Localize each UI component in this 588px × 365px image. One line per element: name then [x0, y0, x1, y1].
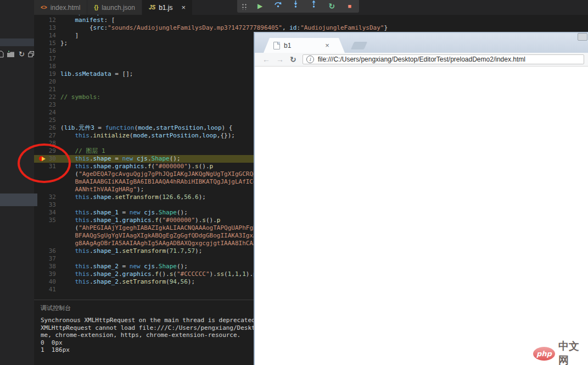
new-folder-icon[interactable]: [7, 51, 15, 58]
breakpoint-gutter[interactable]: [34, 224, 47, 232]
code-text: ]: [60, 32, 79, 40]
browser-tab[interactable]: b1 ×: [264, 38, 345, 53]
breakpoint-gutter[interactable]: [34, 24, 47, 32]
breakpoint-gutter[interactable]: [34, 55, 47, 63]
php-logo-icon: php: [533, 347, 555, 361]
line-number: [47, 232, 56, 240]
close-icon[interactable]: ×: [182, 4, 186, 11]
drag-handle-icon[interactable]: [242, 3, 247, 10]
address-bar[interactable]: i file:///C:/Users/pengxiang/Desktop/Edi…: [303, 54, 584, 64]
browser-tab-title: b1: [284, 42, 291, 49]
breakpoint-gutter[interactable]: [34, 40, 47, 47]
code-text: this.shape_1.graphics.f("#000000").s().p: [60, 217, 220, 224]
line-number: 41: [47, 286, 56, 294]
stop-button[interactable]: ■: [345, 0, 355, 13]
line-number: 13: [47, 24, 56, 32]
js-file-icon: JS: [149, 4, 155, 10]
breakpoint-gutter[interactable]: [34, 70, 47, 78]
breakpoint-gutter[interactable]: [34, 16, 47, 24]
code-text: this.shape_1.setTransform(71.7,57);: [60, 247, 202, 255]
breakpoint-gutter[interactable]: [34, 278, 47, 286]
tab-b1-js[interactable]: JS b1.js ×: [142, 0, 193, 15]
window-control-button[interactable]: [578, 33, 587, 41]
breakpoint-gutter[interactable]: [34, 217, 47, 224]
line-number: 22: [47, 93, 56, 101]
line-number: 37: [47, 255, 56, 263]
url-text[interactable]: file:///C:/Users/pengxiang/Desktop/Edito…: [318, 56, 525, 63]
line-number: 33: [47, 201, 56, 209]
line-number: 23: [47, 101, 56, 109]
breakpoint-gutter[interactable]: [34, 263, 47, 270]
line-number: 40: [47, 278, 56, 286]
json-file-icon: {}: [94, 4, 98, 10]
breakpoint-gutter[interactable]: [34, 209, 47, 217]
breakpoint-gutter[interactable]: [34, 109, 47, 117]
code-text: BmAAIAABGIiKAAIgBA6IB1AAQA4hRAbiHIBKATQg…: [60, 178, 282, 186]
code-text: lib.ssMetadata = [];: [60, 70, 133, 78]
watermark-logo: php 中文网: [533, 339, 588, 365]
breakpoint-gutter[interactable]: [34, 93, 47, 101]
line-number: 27: [47, 132, 56, 140]
reload-icon[interactable]: ↻: [290, 56, 296, 63]
breakpoint-gutter[interactable]: [34, 124, 47, 132]
breakpoint-gutter[interactable]: [34, 247, 47, 255]
tab-launch-json[interactable]: {} launch.json: [87, 0, 142, 15]
breakpoint-gutter[interactable]: [34, 47, 47, 55]
line-number: 19: [47, 70, 56, 78]
breakpoint-gutter[interactable]: [34, 101, 47, 109]
breakpoint-gutter[interactable]: [34, 270, 47, 278]
restart-button[interactable]: ↻: [327, 0, 337, 13]
annotation-circle: [18, 143, 71, 183]
breakpoint-gutter[interactable]: [34, 63, 47, 70]
line-number: 12: [47, 16, 56, 24]
line-number: 18: [47, 63, 56, 70]
breakpoint-gutter[interactable]: [34, 86, 47, 93]
continue-button[interactable]: ▶: [255, 0, 265, 13]
refresh-icon[interactable]: ↻: [19, 51, 25, 58]
breakpoint-gutter[interactable]: [34, 32, 47, 40]
watermark-site-text: 中文网: [558, 339, 588, 365]
forward-icon[interactable]: →: [276, 56, 284, 63]
code-text: };: [60, 40, 68, 47]
new-tab-button[interactable]: [351, 42, 367, 49]
line-number: 21: [47, 86, 56, 93]
code-text: // symbols:: [60, 93, 100, 101]
line-number: 34: [47, 209, 56, 217]
sidebar-selected-item[interactable]: [0, 193, 37, 206]
html-file-icon: <>: [41, 4, 47, 10]
code-text: this.shape_1 = new cjs.Shape();: [60, 209, 188, 217]
sidebar-section-header: [0, 38, 34, 46]
back-icon[interactable]: ←: [262, 56, 270, 63]
code-text: this.shape_2 = new cjs.Shape();: [60, 263, 188, 270]
close-icon[interactable]: ×: [325, 42, 329, 49]
breakpoint-gutter[interactable]: [34, 240, 47, 247]
tab-label: b1.js: [159, 4, 172, 12]
step-out-button[interactable]: [309, 0, 319, 13]
tab-label: index.html: [51, 4, 81, 12]
code-line: 13 {src:"sounds/AudiojungleFamilysDay.mp…: [34, 24, 588, 32]
breakpoint-gutter[interactable]: [34, 286, 47, 294]
step-into-button[interactable]: [291, 0, 301, 13]
line-number: [47, 186, 56, 193]
code-text: this.shape = new cjs.Shape();: [60, 155, 181, 163]
code-text: this.shape_2.setTransform(94,56);: [60, 278, 195, 286]
breakpoint-gutter[interactable]: [34, 117, 47, 124]
code-text: this.shape.setTransform(126.6,56.6);: [60, 193, 206, 201]
code-text: manifest: [: [60, 16, 115, 24]
breakpoint-gutter[interactable]: [34, 186, 47, 193]
tab-label: launch.json: [102, 4, 135, 12]
breakpoint-gutter[interactable]: [34, 255, 47, 263]
breakpoint-gutter[interactable]: [34, 232, 47, 240]
tab-index-html[interactable]: <> index.html: [34, 0, 87, 15]
line-number: 25: [47, 117, 56, 124]
line-number: 35: [47, 217, 56, 224]
breakpoint-gutter[interactable]: [34, 132, 47, 140]
line-number: [47, 240, 56, 247]
info-icon[interactable]: i: [306, 56, 314, 63]
breakpoint-gutter[interactable]: [34, 78, 47, 86]
new-file-icon[interactable]: [0, 51, 4, 58]
collapse-all-icon[interactable]: [28, 51, 35, 58]
code-text: this.initialize(mode,startPosition,loop,…: [60, 132, 235, 140]
code-text: g8AAgAgOBrIA5AAIAAghIg5AAgADBAXQgxgcgjgt…: [60, 240, 282, 247]
step-over-button[interactable]: [273, 0, 283, 13]
